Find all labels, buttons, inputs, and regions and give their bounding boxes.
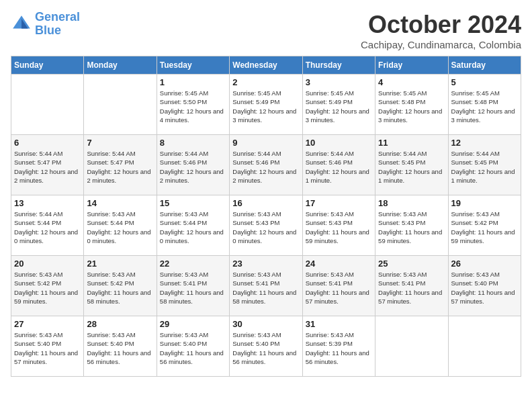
calendar-day-cell: 10 Sunrise: 5:44 AM Sunset: 5:46 PM Dayl…: [302, 135, 375, 195]
daylight-label: Daylight: 12 hours and 3 minutes.: [232, 107, 296, 124]
calendar-day-cell: 13 Sunrise: 5:44 AM Sunset: 5:44 PM Dayl…: [11, 195, 84, 256]
sunrise-label: Sunrise: 5:43 AM: [160, 331, 208, 338]
daylight-label: Daylight: 11 hours and 59 minutes.: [451, 228, 515, 244]
day-info: Sunrise: 5:45 AM Sunset: 5:48 PM Dayligh…: [378, 89, 445, 124]
sunrise-label: Sunrise: 5:43 AM: [160, 271, 208, 278]
svg-marker-1: [21, 19, 28, 28]
calendar-week-row: 6 Sunrise: 5:44 AM Sunset: 5:47 PM Dayli…: [11, 135, 521, 195]
sunrise-label: Sunrise: 5:43 AM: [14, 271, 62, 278]
sunrise-label: Sunrise: 5:43 AM: [306, 331, 354, 338]
daylight-label: Daylight: 11 hours and 56 minutes.: [160, 349, 224, 365]
sunrise-label: Sunrise: 5:45 AM: [378, 89, 427, 97]
sunrise-label: Sunrise: 5:45 AM: [232, 89, 281, 97]
sunset-label: Sunset: 5:41 PM: [306, 279, 353, 287]
sunset-label: Sunset: 5:47 PM: [14, 158, 61, 166]
calendar-day-cell: 8 Sunrise: 5:44 AM Sunset: 5:46 PM Dayli…: [157, 135, 229, 195]
weekday-header-cell: Friday: [375, 56, 448, 75]
calendar-day-cell: 31 Sunrise: 5:43 AM Sunset: 5:39 PM Dayl…: [302, 316, 375, 377]
daylight-label: Daylight: 12 hours and 3 minutes.: [451, 107, 515, 124]
weekday-header-cell: Thursday: [302, 56, 375, 75]
day-number: 27: [14, 319, 81, 329]
daylight-label: Daylight: 12 hours and 3 minutes.: [378, 107, 442, 124]
sunset-label: Sunset: 5:41 PM: [232, 279, 279, 287]
sunset-label: Sunset: 5:49 PM: [306, 98, 353, 105]
day-number: 25: [378, 259, 445, 269]
sunrise-label: Sunrise: 5:43 AM: [232, 271, 281, 278]
day-info: Sunrise: 5:44 AM Sunset: 5:44 PM Dayligh…: [14, 210, 81, 245]
sunset-label: Sunset: 5:45 PM: [451, 158, 498, 166]
sunrise-label: Sunrise: 5:44 AM: [232, 150, 281, 157]
calendar-day-cell: 19 Sunrise: 5:43 AM Sunset: 5:42 PM Dayl…: [448, 195, 521, 256]
day-info: Sunrise: 5:43 AM Sunset: 5:42 PM Dayligh…: [451, 210, 518, 245]
day-info: Sunrise: 5:43 AM Sunset: 5:39 PM Dayligh…: [306, 330, 372, 366]
calendar-day-cell: [448, 316, 521, 377]
daylight-label: Daylight: 12 hours and 2 minutes.: [232, 168, 296, 184]
calendar-day-cell: [84, 75, 157, 135]
sunrise-label: Sunrise: 5:43 AM: [232, 210, 281, 218]
day-number: 8: [160, 138, 226, 148]
day-info: Sunrise: 5:43 AM Sunset: 5:42 PM Dayligh…: [14, 270, 81, 306]
daylight-label: Daylight: 12 hours and 1 minute.: [378, 168, 442, 184]
weekday-header-cell: Sunday: [11, 56, 84, 75]
calendar-day-cell: 28 Sunrise: 5:43 AM Sunset: 5:40 PM Dayl…: [84, 316, 157, 377]
calendar-day-cell: 27 Sunrise: 5:43 AM Sunset: 5:40 PM Dayl…: [11, 316, 84, 377]
day-info: Sunrise: 5:43 AM Sunset: 5:40 PM Dayligh…: [232, 330, 299, 366]
sunrise-label: Sunrise: 5:44 AM: [87, 150, 135, 157]
day-number: 1: [160, 77, 226, 87]
sunset-label: Sunset: 5:41 PM: [378, 279, 425, 287]
sunset-label: Sunset: 5:50 PM: [160, 98, 207, 105]
day-number: 2: [232, 77, 299, 87]
sunrise-label: Sunrise: 5:43 AM: [306, 271, 354, 278]
day-number: 6: [14, 138, 81, 148]
calendar-day-cell: 26 Sunrise: 5:43 AM Sunset: 5:40 PM Dayl…: [448, 256, 521, 316]
daylight-label: Daylight: 12 hours and 3 minutes.: [306, 107, 369, 124]
day-info: Sunrise: 5:43 AM Sunset: 5:43 PM Dayligh…: [232, 210, 299, 245]
calendar-day-cell: 12 Sunrise: 5:44 AM Sunset: 5:45 PM Dayl…: [448, 135, 521, 195]
day-number: 12: [451, 138, 518, 148]
sunrise-label: Sunrise: 5:44 AM: [451, 150, 500, 157]
daylight-label: Daylight: 11 hours and 56 minutes.: [232, 349, 296, 365]
sunset-label: Sunset: 5:46 PM: [232, 158, 279, 166]
daylight-label: Daylight: 12 hours and 0 minutes.: [160, 228, 224, 244]
logo: General Blue: [11, 11, 80, 38]
daylight-label: Daylight: 11 hours and 58 minutes.: [160, 289, 224, 305]
daylight-label: Daylight: 11 hours and 58 minutes.: [232, 289, 296, 305]
day-info: Sunrise: 5:43 AM Sunset: 5:43 PM Dayligh…: [306, 210, 372, 245]
calendar-day-cell: 5 Sunrise: 5:45 AM Sunset: 5:48 PM Dayli…: [448, 75, 521, 135]
sunset-label: Sunset: 5:45 PM: [378, 158, 425, 166]
calendar-day-cell: 9 Sunrise: 5:44 AM Sunset: 5:46 PM Dayli…: [230, 135, 302, 195]
daylight-label: Daylight: 11 hours and 56 minutes.: [306, 349, 369, 365]
calendar-day-cell: 25 Sunrise: 5:43 AM Sunset: 5:41 PM Dayl…: [375, 256, 448, 316]
day-info: Sunrise: 5:43 AM Sunset: 5:40 PM Dayligh…: [160, 330, 226, 366]
day-number: 18: [378, 198, 445, 208]
calendar-day-cell: 21 Sunrise: 5:43 AM Sunset: 5:42 PM Dayl…: [84, 256, 157, 316]
day-info: Sunrise: 5:43 AM Sunset: 5:43 PM Dayligh…: [378, 210, 445, 245]
day-info: Sunrise: 5:44 AM Sunset: 5:45 PM Dayligh…: [451, 149, 518, 185]
sunset-label: Sunset: 5:39 PM: [306, 340, 353, 347]
day-info: Sunrise: 5:43 AM Sunset: 5:41 PM Dayligh…: [306, 270, 372, 306]
sunset-label: Sunset: 5:44 PM: [87, 219, 134, 226]
calendar-week-row: 27 Sunrise: 5:43 AM Sunset: 5:40 PM Dayl…: [11, 316, 521, 377]
calendar-day-cell: 6 Sunrise: 5:44 AM Sunset: 5:47 PM Dayli…: [11, 135, 84, 195]
sunset-label: Sunset: 5:40 PM: [87, 340, 134, 347]
sunset-label: Sunset: 5:46 PM: [306, 158, 353, 166]
weekday-header-row: SundayMondayTuesdayWednesdayThursdayFrid…: [11, 56, 521, 75]
sunset-label: Sunset: 5:49 PM: [232, 98, 279, 105]
day-info: Sunrise: 5:44 AM Sunset: 5:47 PM Dayligh…: [87, 149, 153, 185]
day-info: Sunrise: 5:44 AM Sunset: 5:46 PM Dayligh…: [160, 149, 226, 185]
daylight-label: Daylight: 11 hours and 59 minutes.: [14, 289, 78, 305]
title-area: October 2024 Cachipay, Cundinamarca, Col…: [361, 11, 521, 50]
sunset-label: Sunset: 5:40 PM: [160, 340, 207, 347]
day-number: 16: [232, 198, 299, 208]
sunrise-label: Sunrise: 5:43 AM: [451, 271, 500, 278]
day-number: 30: [232, 319, 299, 329]
daylight-label: Daylight: 11 hours and 58 minutes.: [87, 289, 150, 305]
daylight-label: Daylight: 11 hours and 57 minutes.: [14, 349, 78, 365]
calendar-day-cell: 4 Sunrise: 5:45 AM Sunset: 5:48 PM Dayli…: [375, 75, 448, 135]
calendar-day-cell: 17 Sunrise: 5:43 AM Sunset: 5:43 PM Dayl…: [302, 195, 375, 256]
day-number: 5: [451, 77, 518, 87]
sunset-label: Sunset: 5:43 PM: [306, 219, 353, 226]
sunset-label: Sunset: 5:48 PM: [451, 98, 498, 105]
daylight-label: Daylight: 12 hours and 1 minute.: [306, 168, 369, 184]
sunrise-label: Sunrise: 5:43 AM: [87, 210, 135, 218]
